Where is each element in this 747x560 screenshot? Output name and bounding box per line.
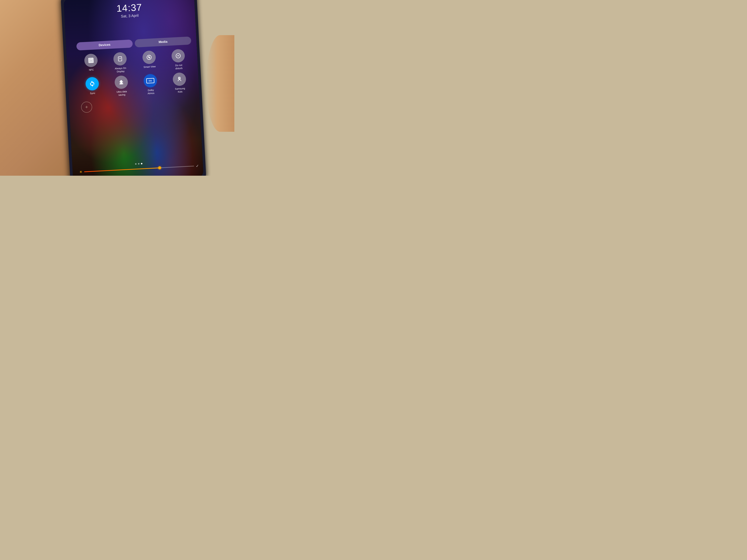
icon-item-uda[interactable]: Ultra datasaving xyxy=(107,75,136,97)
sync-label: Sync xyxy=(90,92,95,95)
nfc-icon-circle xyxy=(84,54,98,68)
uda-icon-circle xyxy=(114,75,128,89)
dot-3-active xyxy=(141,163,143,164)
svg-line-6 xyxy=(177,56,179,56)
brightness-expand-icon[interactable]: ✓ xyxy=(196,164,199,168)
icon-item-sync[interactable]: Sync xyxy=(78,77,107,99)
kids-icon-circle xyxy=(173,72,186,86)
smart-view-icon xyxy=(146,54,152,60)
uda-icon xyxy=(118,79,125,85)
nfc-label: NFC xyxy=(89,69,94,72)
kids-label: SamsungKids xyxy=(175,87,185,94)
dolby-label: DolbyAtmos xyxy=(147,88,155,95)
smart-view-label: Smart View xyxy=(144,65,156,69)
icon-item-kids[interactable]: SamsungKids xyxy=(165,72,194,94)
icon-item-smart-view[interactable]: Smart View xyxy=(135,50,163,72)
phone-screen: 14:37 Sat, 3 April Devices Media xyxy=(63,0,204,176)
right-hand xyxy=(206,35,234,132)
nfc-icon xyxy=(88,57,94,64)
dnd-icon-circle xyxy=(171,49,185,63)
brightness-min-icon: ☀ xyxy=(79,170,83,174)
icons-grid: NFC Always OnDisplay xyxy=(77,49,194,99)
sync-icon xyxy=(89,81,95,87)
kids-icon xyxy=(177,76,183,82)
icon-item-nfc[interactable]: NFC xyxy=(77,53,105,75)
dolby-icon: DD xyxy=(146,78,155,83)
aod-icon-circle xyxy=(113,52,127,66)
aod-icon xyxy=(117,56,123,62)
sync-icon-circle xyxy=(85,77,99,91)
svg-point-8 xyxy=(179,78,179,79)
svg-point-4 xyxy=(149,57,150,58)
scene: 14:37 Sat, 3 April Devices Media xyxy=(0,0,234,176)
dolby-icon-circle: DD xyxy=(144,74,157,88)
dnd-icon xyxy=(175,53,181,59)
phone-body: 14:37 Sat, 3 April Devices Media xyxy=(60,0,207,176)
dot-2 xyxy=(138,163,139,164)
brightness-thumb xyxy=(158,166,161,169)
quick-settings-panel: Devices Media NFC xyxy=(76,36,195,113)
dot-1 xyxy=(135,163,136,165)
icon-item-aod[interactable]: Always OnDisplay xyxy=(106,52,134,74)
icon-item-dnd[interactable]: Do notdisturb xyxy=(164,49,193,71)
aod-label: Always OnDisplay xyxy=(115,66,127,73)
smart-view-icon-circle xyxy=(142,51,156,64)
dnd-label: Do notdisturb xyxy=(175,64,183,70)
icon-item-dolby[interactable]: DD DolbyAtmos xyxy=(136,73,165,96)
svg-point-9 xyxy=(180,78,180,79)
uda-label: Ultra datasaving xyxy=(117,90,127,97)
add-button[interactable]: + xyxy=(81,101,93,113)
